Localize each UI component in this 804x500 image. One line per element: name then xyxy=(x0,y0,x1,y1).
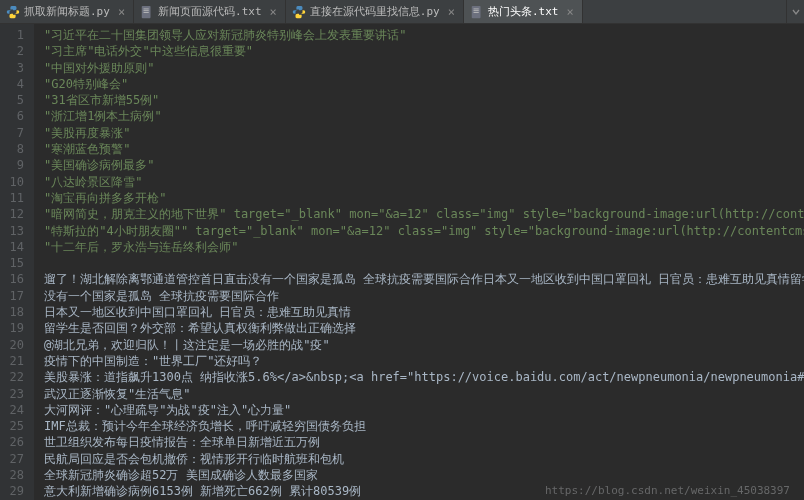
line-number: 25 xyxy=(6,418,24,434)
editor-line: "八达岭景区降雪" xyxy=(44,174,804,190)
editor-line: 武汉正逐渐恢复"生活气息" xyxy=(44,386,804,402)
editor-line: "寒潮蓝色预警" xyxy=(44,141,804,157)
close-icon[interactable]: × xyxy=(448,5,455,19)
line-number: 2 xyxy=(6,43,24,59)
tab-bar: 抓取新闻标题.py×新闻页面源代码.txt×直接在源代码里找信息.py×热门头条… xyxy=(0,0,804,24)
line-number: 11 xyxy=(6,190,24,206)
tab-3[interactable]: 热门头条.txt× xyxy=(464,0,583,23)
editor: 1234567891011121314151617181920212223242… xyxy=(0,24,804,500)
line-number: 6 xyxy=(6,108,24,124)
editor-line: "淘宝再向拼多多开枪" xyxy=(44,190,804,206)
editor-line: @湖北兄弟，欢迎归队！丨这注定是一场必胜的战"疫" xyxy=(44,337,804,353)
editor-line: "31省区市新增55例" xyxy=(44,92,804,108)
line-number: 18 xyxy=(6,304,24,320)
line-number: 22 xyxy=(6,369,24,385)
editor-line: "特斯拉的"4小时朋友圈"" target="_blank" mon="&a=1… xyxy=(44,223,804,239)
gutter: 1234567891011121314151617181920212223242… xyxy=(0,24,34,500)
editor-line: 大河网评："心理疏导"为战"疫"注入"心力量" xyxy=(44,402,804,418)
editor-line: "习主席"电话外交"中这些信息很重要" xyxy=(44,43,804,59)
line-number: 9 xyxy=(6,157,24,173)
editor-line: "暗网简史，朋克主义的地下世界" target="_blank" mon="&a… xyxy=(44,206,804,222)
editor-line: 没有一个国家是孤岛 全球抗疫需要国际合作 xyxy=(44,288,804,304)
svg-rect-2 xyxy=(144,10,149,11)
footer-watermark: https://blog.csdn.net/weixin_45038397 xyxy=(541,484,794,497)
line-number: 29 xyxy=(6,483,24,499)
line-number: 21 xyxy=(6,353,24,369)
line-number: 8 xyxy=(6,141,24,157)
svg-rect-7 xyxy=(473,12,478,13)
line-number: 19 xyxy=(6,320,24,336)
editor-line: 美股暴涨：道指飙升1300点 纳指收涨5.6%</a>&nbsp;<a href… xyxy=(44,369,804,385)
line-number: 7 xyxy=(6,125,24,141)
tab-label: 抓取新闻标题.py xyxy=(24,4,110,19)
tab-label: 新闻页面源代码.txt xyxy=(158,4,262,19)
line-number: 3 xyxy=(6,60,24,76)
text-file-icon xyxy=(140,5,154,19)
editor-line: "浙江增1例本土病例" xyxy=(44,108,804,124)
editor-content[interactable]: "习近平在二十国集团领导人应对新冠肺炎特别峰会上发表重要讲话""习主席"电话外交… xyxy=(34,24,804,500)
close-icon[interactable]: × xyxy=(270,5,277,19)
line-number: 1 xyxy=(6,27,24,43)
line-number: 15 xyxy=(6,255,24,271)
editor-line: IMF总裁：预计今年全球经济负增长，呼吁减轻穷国债务负担 xyxy=(44,418,804,434)
tab-label: 直接在源代码里找信息.py xyxy=(310,4,440,19)
line-number: 14 xyxy=(6,239,24,255)
line-number: 20 xyxy=(6,337,24,353)
editor-line: "十二年后，罗永浩与连岳终利会师" xyxy=(44,239,804,255)
editor-line: "美国确诊病例最多" xyxy=(44,157,804,173)
line-number: 24 xyxy=(6,402,24,418)
line-number: 16 xyxy=(6,271,24,287)
editor-line: "习近平在二十国集团领导人应对新冠肺炎特别峰会上发表重要讲话" xyxy=(44,27,804,43)
line-number: 26 xyxy=(6,434,24,450)
tab-label: 热门头条.txt xyxy=(488,4,559,19)
svg-rect-3 xyxy=(144,12,149,13)
svg-rect-5 xyxy=(473,8,478,9)
editor-line: 民航局回应是否会包机撤侨：视情形开行临时航班和包机 xyxy=(44,451,804,467)
editor-line: 日本又一地区收到中国口罩回礼 日官员：患难互助见真情 xyxy=(44,304,804,320)
tab-0[interactable]: 抓取新闻标题.py× xyxy=(0,0,134,23)
editor-line: 疫情下的中国制造："世界工厂"还好吗？ xyxy=(44,353,804,369)
svg-rect-1 xyxy=(144,8,149,9)
editor-line: "中国对外援助原则" xyxy=(44,60,804,76)
editor-line: 世卫组织发布每日疫情报告：全球单日新增近五万例 xyxy=(44,434,804,450)
line-number: 12 xyxy=(6,206,24,222)
svg-rect-6 xyxy=(473,10,478,11)
close-icon[interactable]: × xyxy=(118,5,125,19)
text-file-icon xyxy=(470,5,484,19)
tab-1[interactable]: 新闻页面源代码.txt× xyxy=(134,0,286,23)
python-file-icon xyxy=(292,5,306,19)
line-number: 10 xyxy=(6,174,24,190)
line-number: 5 xyxy=(6,92,24,108)
close-icon[interactable]: × xyxy=(566,5,573,19)
line-number: 17 xyxy=(6,288,24,304)
editor-line: 全球新冠肺炎确诊超52万 美国成确诊人数最多国家 xyxy=(44,467,804,483)
tab-2[interactable]: 直接在源代码里找信息.py× xyxy=(286,0,464,23)
line-number: 13 xyxy=(6,223,24,239)
line-number: 23 xyxy=(6,386,24,402)
editor-line xyxy=(44,255,804,271)
tab-bar-spacer xyxy=(583,0,786,23)
line-number: 28 xyxy=(6,467,24,483)
tab-overflow-button[interactable] xyxy=(786,0,804,23)
editor-line: "美股再度暴涨" xyxy=(44,125,804,141)
editor-line: 遛了！湖北解除离鄂通道管控首日直击没有一个国家是孤岛 全球抗疫需要国际合作日本又… xyxy=(44,271,804,287)
line-number: 4 xyxy=(6,76,24,92)
python-file-icon xyxy=(6,5,20,19)
line-number: 27 xyxy=(6,451,24,467)
chevron-down-icon xyxy=(792,8,800,16)
editor-line: "G20特别峰会" xyxy=(44,76,804,92)
editor-line: 留学生是否回国？外交部：希望认真权衡利弊做出正确选择 xyxy=(44,320,804,336)
